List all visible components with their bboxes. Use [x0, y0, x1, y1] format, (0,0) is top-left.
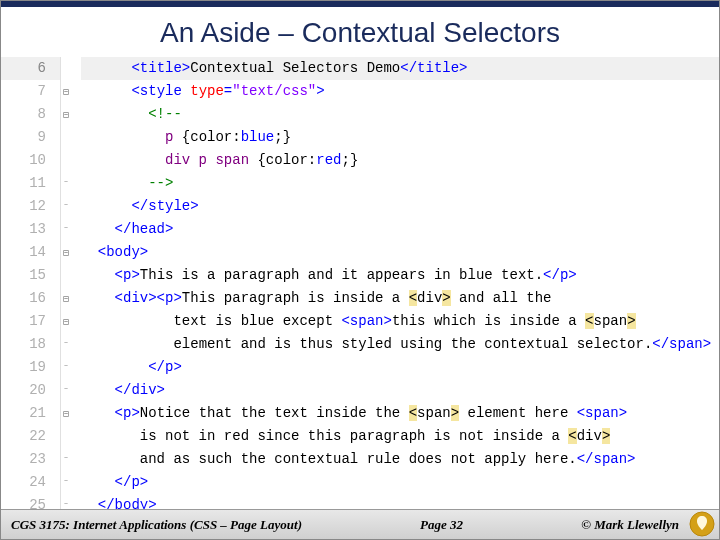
fold-marker [61, 425, 81, 448]
fold-marker: ⊟ [61, 241, 81, 264]
fold-marker: ⁻ [61, 379, 81, 402]
fold-marker [61, 57, 81, 80]
slide-title: An Aside – Contextual Selectors [1, 7, 719, 57]
code-line: div p span {color:red;} [81, 149, 719, 172]
code-line: <body> [81, 241, 719, 264]
footer-page: Page 32 [302, 517, 581, 533]
code-line: </style> [81, 195, 719, 218]
line-number: 8 [1, 103, 60, 126]
fold-marker [61, 149, 81, 172]
code-line: element and is thus styled using the con… [81, 333, 719, 356]
code-line: is not in red since this paragraph is no… [81, 425, 719, 448]
code-line: </p> [81, 356, 719, 379]
fold-marker: ⁻ [61, 218, 81, 241]
code-line: <style type="text/css"> [81, 80, 719, 103]
code-line: <p>Notice that the text inside the <span… [81, 402, 719, 425]
code-area: <title>Contextual Selectors Demo</title>… [81, 57, 719, 527]
line-number: 22 [1, 425, 60, 448]
code-line: and as such the contextual rule does not… [81, 448, 719, 471]
code-line: </p> [81, 471, 719, 494]
line-number: 11 [1, 172, 60, 195]
fold-marker: ⁻ [61, 448, 81, 471]
code-line: <!-- [81, 103, 719, 126]
fold-marker: ⊟ [61, 80, 81, 103]
line-number: 15 [1, 264, 60, 287]
fold-column: ⊟⊟⁻⁻⁻⊟⊟⊟⁻⁻⁻⊟⁻⁻⁻ [61, 57, 81, 527]
code-line: </div> [81, 379, 719, 402]
line-number: 20 [1, 379, 60, 402]
code-line: <p>This is a paragraph and it appears in… [81, 264, 719, 287]
code-line: --> [81, 172, 719, 195]
line-number: 12 [1, 195, 60, 218]
code-editor: 678910111213141516171819202122232425 ⊟⊟⁻… [1, 57, 719, 527]
code-line: <div><p>This paragraph is inside a <div>… [81, 287, 719, 310]
line-number: 19 [1, 356, 60, 379]
code-line: <title>Contextual Selectors Demo</title> [81, 57, 719, 80]
line-number: 6 [1, 57, 60, 80]
fold-marker: ⁻ [61, 172, 81, 195]
footer-copyright: © Mark Llewellyn [581, 517, 679, 533]
fold-marker: ⊟ [61, 402, 81, 425]
ucf-logo-icon [689, 511, 715, 537]
line-number: 23 [1, 448, 60, 471]
line-number: 9 [1, 126, 60, 149]
footer-left: CGS 3175: Internet Applications (CSS – P… [11, 517, 302, 533]
line-number: 16 [1, 287, 60, 310]
fold-marker: ⁻ [61, 471, 81, 494]
line-number: 14 [1, 241, 60, 264]
line-number: 21 [1, 402, 60, 425]
line-number: 24 [1, 471, 60, 494]
fold-marker [61, 126, 81, 149]
code-line: text is blue except <span>this which is … [81, 310, 719, 333]
slide-footer: CGS 3175: Internet Applications (CSS – P… [1, 509, 719, 539]
line-number-gutter: 678910111213141516171819202122232425 [1, 57, 61, 527]
fold-marker: ⊟ [61, 310, 81, 333]
fold-marker [61, 264, 81, 287]
code-line: </head> [81, 218, 719, 241]
fold-marker: ⁻ [61, 333, 81, 356]
line-number: 7 [1, 80, 60, 103]
line-number: 17 [1, 310, 60, 333]
code-line: p {color:blue;} [81, 126, 719, 149]
fold-marker: ⊟ [61, 287, 81, 310]
fold-marker: ⁻ [61, 356, 81, 379]
line-number: 13 [1, 218, 60, 241]
fold-marker: ⊟ [61, 103, 81, 126]
line-number: 10 [1, 149, 60, 172]
fold-marker: ⁻ [61, 195, 81, 218]
slide: An Aside – Contextual Selectors 67891011… [0, 0, 720, 540]
line-number: 18 [1, 333, 60, 356]
